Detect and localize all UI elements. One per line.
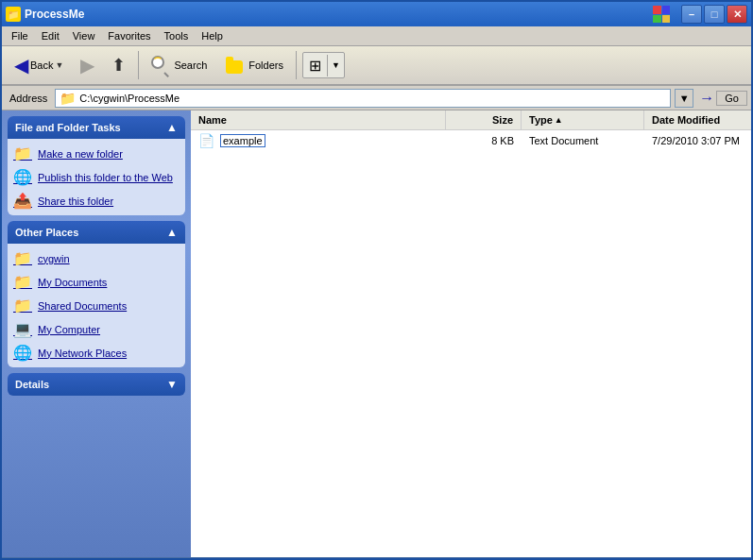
shared-documents-icon: 📁 (13, 297, 32, 314)
file-type-icon: 📄 (198, 133, 214, 148)
folders-button[interactable]: Folders (217, 53, 290, 77)
my-computer-icon: 💻 (13, 320, 32, 338)
view-icon: ⊞ (303, 55, 328, 76)
details-label: Details (15, 379, 49, 390)
collapse-other-icon: ▲ (166, 226, 178, 239)
maximize-button[interactable]: □ (704, 5, 725, 24)
cygwin-icon: 📁 (13, 249, 32, 267)
address-input-wrap: 📁 (55, 89, 671, 108)
forward-icon: ▶ (80, 54, 94, 76)
collapse-icon: ▲ (166, 121, 178, 134)
up-button[interactable]: ⬆ (105, 51, 132, 79)
back-label: Back (30, 59, 53, 71)
my-documents-icon: 📁 (13, 273, 32, 291)
windows-logo (653, 6, 670, 23)
folders-icon (224, 57, 245, 74)
file-folder-tasks-body: 📁 Make a new folder 🌐 Publish this folde… (8, 139, 185, 215)
window-title: ProcessMe (25, 8, 84, 21)
my-documents-link[interactable]: 📁 My Documents (13, 273, 180, 291)
expand-details-icon: ▼ (166, 378, 178, 391)
view-dropdown-icon[interactable]: ▼ (328, 59, 344, 72)
menu-edit[interactable]: Edit (36, 28, 65, 43)
window: 📁 ProcessMe – □ (0, 0, 753, 560)
network-places-icon: 🌐 (13, 344, 32, 362)
new-folder-icon: 📁 (13, 144, 32, 162)
col-type-header[interactable]: Type ▲ (522, 110, 644, 129)
close-button[interactable]: ✕ (727, 5, 747, 24)
menu-file[interactable]: File (6, 28, 34, 43)
go-arrow-icon: → (699, 90, 714, 107)
publish-folder-link[interactable]: 🌐 Publish this folder to the Web (13, 168, 180, 186)
window-icon: 📁 (6, 7, 21, 22)
menu-favorites[interactable]: Favorites (102, 28, 156, 43)
separator-1 (138, 51, 139, 79)
col-size-header[interactable]: Size (446, 110, 522, 129)
col-name-header[interactable]: Name (191, 110, 446, 129)
col-date-header[interactable]: Date Modified (644, 110, 751, 129)
separator-2 (296, 51, 297, 79)
back-dropdown-icon[interactable]: ▼ (55, 60, 63, 70)
menu-tools[interactable]: Tools (159, 28, 195, 43)
main-content: File and Folder Tasks ▲ 📁 Make a new fol… (2, 110, 751, 557)
go-button[interactable]: Go (716, 91, 747, 106)
menu-view[interactable]: View (67, 28, 101, 43)
other-places-body: 📁 cygwin 📁 My Documents 📁 Shared Documen… (8, 244, 185, 367)
other-places-label: Other Places (15, 227, 78, 238)
my-computer-link[interactable]: 💻 My Computer (13, 320, 180, 338)
file-header: Name Size Type ▲ Date Modified (191, 110, 751, 130)
address-label: Address (6, 93, 51, 104)
search-label: Search (174, 59, 207, 71)
file-cell-type: Text Document (522, 132, 644, 149)
back-button[interactable]: ◀ Back ▼ (8, 50, 70, 80)
sort-arrow-icon: ▲ (555, 115, 563, 125)
share-folder-link[interactable]: 📤 Share this folder (13, 192, 180, 210)
my-network-places-link[interactable]: 🌐 My Network Places (13, 344, 180, 362)
up-icon: ⬆ (111, 55, 126, 76)
details-header[interactable]: Details ▼ (8, 373, 185, 396)
back-icon: ◀ (14, 54, 28, 76)
file-list: 📄 example 8 KB Text Document 7/29/2010 3… (191, 130, 751, 557)
file-folder-tasks-header[interactable]: File and Folder Tasks ▲ (8, 116, 185, 139)
other-places-section: Other Places ▲ 📁 cygwin 📁 My Documents 📁… (8, 221, 185, 367)
make-new-folder-link[interactable]: 📁 Make a new folder (13, 144, 180, 162)
file-folder-tasks-section: File and Folder Tasks ▲ 📁 Make a new fol… (8, 116, 185, 215)
file-cell-size: 8 KB (446, 132, 522, 149)
file-name: example (220, 134, 265, 147)
table-row[interactable]: 📄 example 8 KB Text Document 7/29/2010 3… (191, 130, 751, 152)
file-cell-date: 7/29/2010 3:07 PM (644, 132, 751, 149)
file-folder-tasks-label: File and Folder Tasks (15, 122, 121, 133)
address-input[interactable] (79, 93, 666, 104)
minimize-button[interactable]: – (681, 5, 702, 24)
left-panel: File and Folder Tasks ▲ 📁 Make a new fol… (2, 110, 191, 557)
share-icon: 📤 (13, 192, 32, 210)
shared-documents-link[interactable]: 📁 Shared Documents (13, 297, 180, 314)
address-dropdown[interactable]: ▼ (675, 89, 693, 108)
file-cell-name: 📄 example (191, 130, 446, 151)
publish-icon: 🌐 (13, 168, 32, 186)
search-icon (151, 56, 170, 75)
file-area: Name Size Type ▲ Date Modified 📄 examp (191, 110, 751, 557)
folders-label: Folders (248, 59, 283, 71)
forward-button[interactable]: ▶ (74, 50, 101, 80)
address-bar: Address 📁 ▼ → Go (2, 86, 751, 110)
other-places-header[interactable]: Other Places ▲ (8, 221, 185, 244)
address-folder-icon: 📁 (60, 91, 76, 106)
search-button[interactable]: Search (145, 52, 214, 78)
view-button[interactable]: ⊞ ▼ (302, 52, 345, 78)
menu-bar: File Edit View Favorites Tools Help (2, 26, 751, 46)
title-bar: 📁 ProcessMe – □ (2, 2, 751, 26)
details-section: Details ▼ (8, 373, 185, 396)
menu-help[interactable]: Help (196, 28, 229, 43)
cygwin-link[interactable]: 📁 cygwin (13, 249, 180, 267)
toolbar: ◀ Back ▼ ▶ ⬆ Search (2, 46, 751, 86)
